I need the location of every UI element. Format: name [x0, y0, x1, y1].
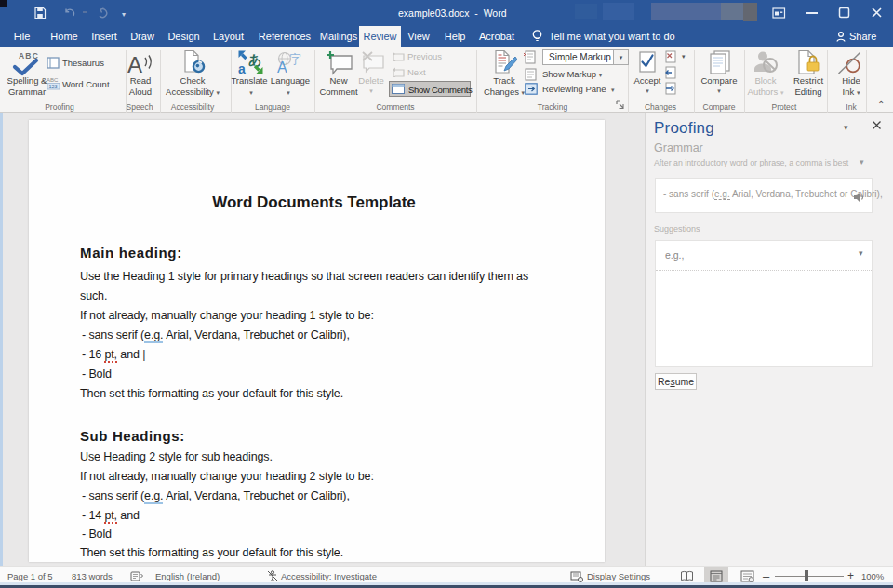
svg-text:あ: あ [248, 52, 261, 68]
svg-text:a: a [238, 61, 246, 74]
svg-text:字: 字 [289, 52, 301, 66]
svg-text:123: 123 [49, 84, 58, 89]
svg-text:A: A [277, 60, 287, 75]
svg-text:ABC: ABC [47, 77, 59, 83]
svg-text:A: A [127, 52, 142, 74]
